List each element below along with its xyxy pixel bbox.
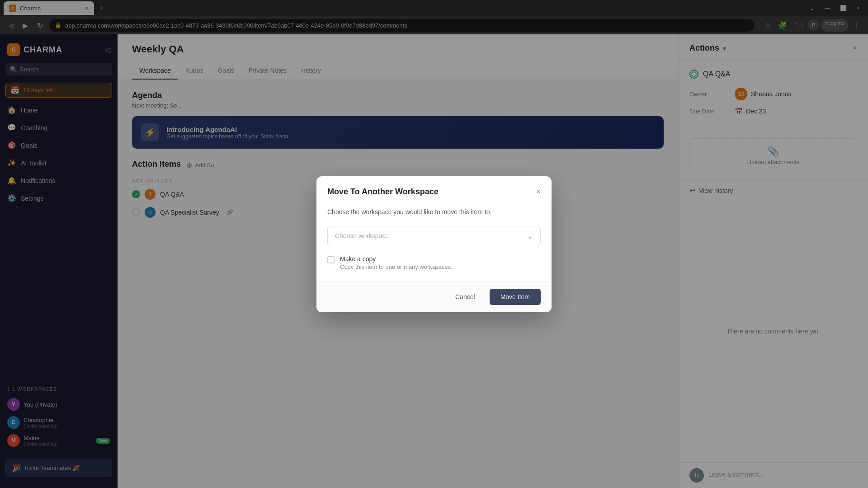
copy-option-label: Make a copy xyxy=(340,255,453,263)
workspace-dropdown[interactable]: Choose workspace ⌄ xyxy=(327,226,541,246)
modal-title: Move To Another Workspace xyxy=(327,187,439,197)
copy-option-description: Copy this item to one or many workspaces… xyxy=(340,263,453,270)
cancel-button[interactable]: Cancel xyxy=(446,289,484,305)
workspace-dropdown-placeholder: Choose workspace xyxy=(335,232,389,239)
modal-body: Choose the workspace you would like to m… xyxy=(316,204,552,281)
copy-option: Make a copy Copy this item to one or man… xyxy=(327,255,541,270)
dropdown-chevron-icon: ⌄ xyxy=(527,232,533,240)
copy-text: Make a copy Copy this item to one or man… xyxy=(340,255,453,270)
move-workspace-modal: Move To Another Workspace × Choose the w… xyxy=(316,176,552,312)
make-copy-checkbox[interactable] xyxy=(327,256,335,263)
modal-close-button[interactable]: × xyxy=(536,187,541,197)
modal-overlay[interactable]: Move To Another Workspace × Choose the w… xyxy=(0,0,868,488)
modal-description: Choose the workspace you would like to m… xyxy=(327,207,541,217)
modal-header: Move To Another Workspace × xyxy=(316,176,552,204)
move-item-button[interactable]: Move Item xyxy=(490,289,541,305)
modal-footer: Cancel Move Item xyxy=(316,281,552,312)
